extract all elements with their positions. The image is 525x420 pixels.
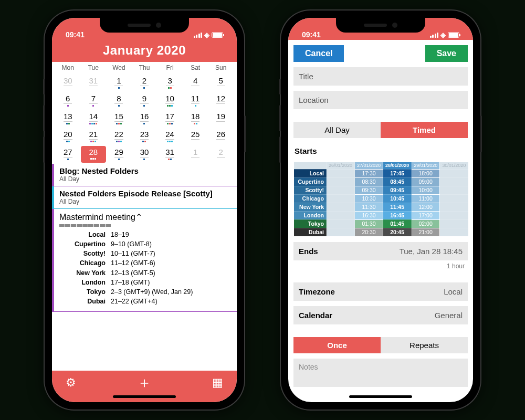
signal-icon xyxy=(430,33,439,38)
calendar-day[interactable]: 12 xyxy=(208,92,234,109)
starts-label: Starts xyxy=(293,143,468,156)
event-subtitle: All Day xyxy=(59,198,232,205)
calendar-day[interactable]: 25 xyxy=(183,128,208,145)
allday-timed-segment[interactable]: All Day Timed xyxy=(293,122,468,138)
month-title[interactable]: January 2020 xyxy=(52,40,237,62)
calendar-day[interactable]: 17 xyxy=(157,110,183,127)
event-title: Blog: Nested Folders xyxy=(59,166,232,175)
segment-timed[interactable]: Timed xyxy=(381,122,468,138)
calendar-day[interactable]: 9 xyxy=(132,92,158,109)
calendar-day[interactable]: 1 xyxy=(106,75,132,91)
segment-repeats[interactable]: Repeats xyxy=(381,337,468,353)
calendar-day[interactable]: 10 xyxy=(157,92,183,109)
calendar-day[interactable]: 29 xyxy=(106,146,132,163)
weekday-label: Wed xyxy=(106,64,132,71)
calendar-day[interactable]: 13 xyxy=(55,110,81,127)
notes-field[interactable]: Notes xyxy=(293,359,468,387)
event-item[interactable]: Blog: Nested FoldersAll Day xyxy=(52,164,237,186)
save-button[interactable]: Save xyxy=(425,45,468,62)
calendar-day[interactable]: 26 xyxy=(208,128,234,145)
calendar-day[interactable]: 6 xyxy=(55,92,81,109)
ends-value: Tue, Jan 28 18:45 xyxy=(400,247,463,256)
weekday-header: MonTueWedThuFriSatSun xyxy=(52,62,237,74)
calendar-day[interactable]: 24 xyxy=(157,128,183,145)
calendar-day[interactable]: 21 xyxy=(81,128,107,145)
timezone-row[interactable]: Timezone Local xyxy=(293,282,468,301)
settings-icon[interactable]: ⚙ xyxy=(66,376,76,390)
calendar-day[interactable]: 23 xyxy=(132,128,158,145)
calendar-day[interactable]: 11 xyxy=(183,92,208,109)
weekday-label: Thu xyxy=(132,64,158,71)
event-item-expanded[interactable]: Mastermind meeting⌃Local18–19Cupertino9–… xyxy=(52,209,237,312)
calendar-row[interactable]: Calendar General xyxy=(293,306,468,324)
title-field[interactable]: Title xyxy=(293,67,468,86)
device-notch xyxy=(100,18,189,33)
calendar-day[interactable]: 30 xyxy=(132,146,158,163)
duration-label: 1 hour xyxy=(293,262,468,270)
calendar-day[interactable]: 31 xyxy=(157,146,183,163)
repeat-segment[interactable]: Once Repeats xyxy=(293,337,468,353)
status-time: 09:41 xyxy=(302,30,321,39)
calendar-day[interactable]: 8 xyxy=(106,92,132,109)
device-notch xyxy=(336,18,425,33)
wifi-icon: ◈ xyxy=(440,31,446,39)
calendar-day[interactable]: 20 xyxy=(55,128,81,145)
event-title: Mastermind meeting xyxy=(59,213,135,222)
view-switch-icon[interactable]: ▦ xyxy=(212,376,223,390)
calendar-day[interactable]: 2 xyxy=(208,146,234,163)
weekday-label: Tue xyxy=(81,64,107,71)
event-subtitle: All Day xyxy=(59,175,232,183)
signal-icon xyxy=(194,33,203,38)
calendar-day[interactable]: 19 xyxy=(208,110,234,127)
calendar-day[interactable]: 28 xyxy=(81,146,107,163)
timezone-breakdown: Local18–19Cupertino9–10 (GMT-8)Scotty!10… xyxy=(59,230,232,306)
wifi-icon: ◈ xyxy=(204,31,209,39)
event-title: Nested Folders Episode Release [Scotty] xyxy=(59,189,232,198)
calendar-day[interactable]: 2 xyxy=(132,75,158,91)
home-indicator[interactable] xyxy=(113,395,176,398)
phone-event-editor: 09:41 ◈ Cancel Save Title Location All D… xyxy=(281,10,480,410)
ends-row[interactable]: Ends Tue, Jan 28 18:45 xyxy=(293,242,468,260)
calendar-day[interactable]: 30 xyxy=(55,75,81,91)
weekday-label: Sun xyxy=(208,64,234,71)
calendar-day[interactable]: 4 xyxy=(183,75,208,91)
event-list[interactable]: Blog: Nested FoldersAll DayNested Folder… xyxy=(52,164,237,371)
segment-once[interactable]: Once xyxy=(293,337,381,353)
timezone-time-picker[interactable]: 26/01/202027/01/202028/01/202029/01/2020… xyxy=(293,162,468,237)
chevron-up-icon[interactable]: ⌃ xyxy=(135,213,142,222)
weekday-label: Fri xyxy=(157,64,183,71)
calendar-day[interactable]: 14 xyxy=(81,110,107,127)
calendar-day[interactable]: 1 xyxy=(183,146,208,163)
add-event-button[interactable]: ＋ xyxy=(137,373,152,393)
calendar-day[interactable]: 22 xyxy=(106,128,132,145)
weekday-label: Mon xyxy=(55,64,81,71)
calendar-day[interactable]: 7 xyxy=(81,92,107,109)
calendar-day[interactable]: 5 xyxy=(208,75,234,91)
segment-allday[interactable]: All Day xyxy=(293,122,381,138)
status-time: 09:41 xyxy=(66,30,85,39)
calendar-day[interactable]: 3 xyxy=(157,75,183,91)
calendar-day[interactable]: 15 xyxy=(106,110,132,127)
home-indicator[interactable] xyxy=(349,395,412,398)
calendar-day[interactable]: 27 xyxy=(55,146,81,163)
weekday-label: Sat xyxy=(183,64,208,71)
phone-calendar: 09:41 ◈ January 2020 MonTueWedThuFriSatS… xyxy=(45,10,244,410)
location-field[interactable]: Location xyxy=(293,91,468,109)
ends-label: Ends xyxy=(299,247,318,256)
event-item[interactable]: Nested Folders Episode Release [Scotty]A… xyxy=(52,186,237,209)
battery-icon xyxy=(448,32,459,38)
cancel-button[interactable]: Cancel xyxy=(293,45,344,62)
battery-icon xyxy=(212,32,223,38)
timezone-bar xyxy=(59,224,232,227)
calendar-grid[interactable]: 3031123456789101112131415161718192021222… xyxy=(52,74,237,164)
calendar-day[interactable]: 18 xyxy=(183,110,208,127)
calendar-day[interactable]: 31 xyxy=(81,75,107,91)
calendar-day[interactable]: 16 xyxy=(132,110,158,127)
